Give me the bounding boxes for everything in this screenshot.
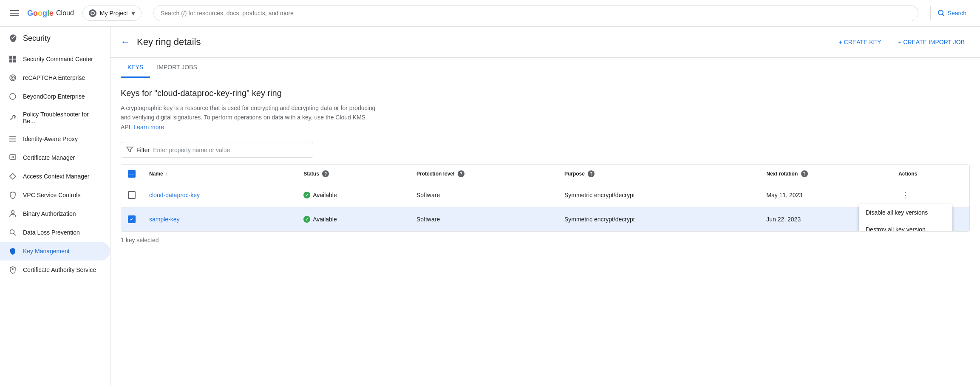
selection-info: 1 key selected (121, 237, 970, 243)
svg-line-3 (942, 14, 944, 17)
sidebar-item-recaptcha-enterprise[interactable]: reCAPTCHA Enterprise (0, 68, 110, 87)
row1-name-cell: cloud-dataproc-key (142, 183, 297, 207)
svg-point-11 (10, 93, 16, 99)
keys-table: Name ↑ Status ? Protection level ? (121, 164, 970, 232)
sidebar-item-beyondcorp[interactable]: BeyondCorp Enterprise (0, 87, 110, 106)
sidebar-item-access-context-manager[interactable]: Access Context Manager (0, 167, 110, 186)
learn-more-link[interactable]: Learn more (133, 124, 164, 130)
purpose-column-header: Purpose ? (558, 165, 759, 183)
svg-rect-15 (10, 155, 16, 159)
protection-level-column-header: Protection level ? (410, 165, 558, 183)
diamond-icon (8, 172, 17, 181)
filter-icon (126, 146, 133, 154)
row2-checkbox[interactable] (128, 215, 136, 223)
row1-actions-cell: ⋮ (892, 183, 969, 207)
row1-status-dot (303, 192, 310, 198)
list-icon (8, 135, 17, 143)
tab-keys[interactable]: KEYS (121, 58, 150, 78)
table-row: cloud-dataproc-key Available Software Sy… (121, 183, 969, 207)
sidebar-item-data-loss-prevention[interactable]: Data Loss Prevention (0, 223, 110, 242)
sidebar-label: BeyondCorp Enterprise (23, 93, 85, 100)
sidebar-label: reCAPTCHA Enterprise (23, 74, 85, 81)
security-shield-icon (8, 34, 18, 43)
sidebar-item-security-command-center[interactable]: Security Command Center (0, 50, 110, 68)
destroy-all-versions-item[interactable]: Destroy all key version material (859, 221, 952, 232)
svg-rect-13 (9, 139, 16, 139)
svg-point-1 (91, 12, 94, 14)
create-key-button[interactable]: + CREATE KEY (834, 35, 887, 49)
svg-rect-5 (13, 56, 16, 59)
project-name: My Project (100, 10, 128, 17)
search-sm-icon (8, 228, 17, 237)
row2-status-dot (303, 216, 310, 223)
tabs-bar: KEYS IMPORT JOBS (110, 58, 980, 78)
content-area: ← Key ring details + CREATE KEY + CREATE… (110, 27, 980, 385)
sidebar-item-certificate-authority[interactable]: Certificate Authority Service (0, 260, 110, 279)
sidebar-item-vpc-service-controls[interactable]: VPC Service Controls (0, 186, 110, 204)
filter-bar: Filter Enter property name or value (121, 142, 313, 158)
svg-point-17 (11, 211, 14, 214)
circle-icon (8, 92, 17, 101)
row1-actions-button[interactable]: ⋮ (898, 188, 912, 202)
topbar: Google Cloud My Project ▾ Search (0, 0, 980, 27)
select-all-checkbox[interactable] (128, 170, 136, 178)
back-button[interactable]: ← (121, 37, 130, 48)
row1-status-cell: Available (297, 183, 410, 207)
sidebar-label: Key Management (23, 248, 70, 255)
content-header: ← Key ring details + CREATE KEY + CREATE… (110, 27, 980, 58)
svg-rect-6 (9, 59, 12, 62)
name-column-header: Name ↑ (142, 165, 297, 183)
sidebar-item-certificate-manager[interactable]: Certificate Manager (0, 148, 110, 167)
next-rotation-column-header: Next rotation ? (759, 165, 892, 183)
svg-point-10 (12, 77, 14, 79)
row2-name-cell: sample-key (142, 207, 297, 232)
sidebar-label: Certificate Authority Service (23, 266, 96, 273)
sidebar-item-key-management[interactable]: Key Management (0, 242, 110, 260)
row2-purpose-cell: Symmetric encrypt/decrypt (558, 207, 759, 232)
create-import-job-button[interactable]: + CREATE IMPORT JOB (893, 35, 970, 49)
row1-checkbox[interactable] (128, 191, 136, 199)
row2-checkbox-cell (121, 207, 142, 232)
hamburger-menu[interactable] (7, 7, 22, 20)
search-input[interactable] (153, 5, 918, 21)
tab-import-jobs[interactable]: IMPORT JOBS (150, 58, 204, 78)
shield-key-icon (8, 247, 17, 255)
target-icon (8, 74, 17, 82)
row2-status-badge: Available (303, 216, 403, 223)
sidebar-label: Certificate Manager (23, 154, 75, 161)
next-rotation-info-icon[interactable]: ? (801, 170, 808, 177)
sidebar-label: Security Command Center (23, 56, 93, 62)
row1-purpose-cell: Symmetric encrypt/decrypt (558, 183, 759, 207)
sidebar-item-identity-aware-proxy[interactable]: Identity-Aware Proxy (0, 130, 110, 148)
svg-rect-7 (13, 59, 16, 62)
sidebar-item-binary-authorization[interactable]: Binary Authorization (0, 204, 110, 223)
sidebar-item-policy-troubleshooter[interactable]: Policy Troubleshooter for Be... (0, 106, 110, 130)
page-title: Key ring details (137, 37, 827, 48)
search-icon (938, 9, 945, 17)
content-body: Keys for "cloud-dataproc-key-ring" key r… (110, 78, 980, 254)
purpose-info-icon[interactable]: ? (588, 170, 595, 177)
project-selector[interactable]: My Project ▾ (82, 6, 142, 21)
select-all-header (121, 165, 142, 183)
search-button[interactable]: Search (930, 6, 973, 20)
sidebar-label: Policy Troubleshooter for Be... (23, 111, 102, 125)
sidebar: Security Security Command Center reCAPTC… (0, 27, 110, 385)
svg-point-20 (12, 268, 14, 270)
status-info-icon[interactable]: ? (322, 170, 329, 177)
disable-all-versions-item[interactable]: Disable all key versions (859, 204, 952, 221)
row2-key-link[interactable]: sample-key (149, 216, 180, 223)
project-icon (89, 9, 96, 17)
section-title: Keys for "cloud-dataproc-key-ring" key r… (121, 88, 970, 98)
chevron-down-icon: ▾ (131, 8, 135, 18)
row1-status-badge: Available (303, 192, 403, 198)
filter-input[interactable] (233, 147, 308, 153)
cert-icon (8, 153, 17, 162)
sidebar-header-label: Security (23, 34, 51, 43)
row1-key-link[interactable]: cloud-dataproc-key (149, 192, 200, 198)
row2-actions-cell: ⋮ Disable all key versions Destroy all k… (892, 207, 969, 232)
protection-level-info-icon[interactable]: ? (458, 170, 465, 177)
svg-rect-12 (9, 136, 16, 137)
sort-icon: ↑ (165, 171, 168, 177)
cert2-icon (8, 266, 17, 274)
status-column-header: Status ? (297, 165, 410, 183)
